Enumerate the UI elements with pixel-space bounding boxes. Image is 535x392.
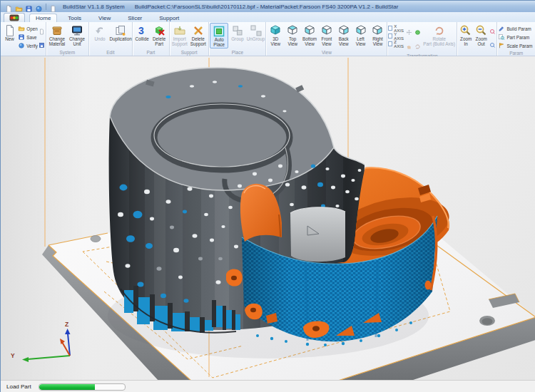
button-label: Verify bbox=[26, 43, 38, 48]
button-label: Auto Place bbox=[213, 38, 225, 48]
3d-view-button[interactable]: 3D View bbox=[267, 23, 284, 47]
new-button[interactable]: New bbox=[1, 23, 18, 42]
cube-top-icon bbox=[286, 24, 299, 37]
about-icon[interactable] bbox=[35, 3, 43, 11]
button-label: Build Param bbox=[506, 26, 531, 31]
left-view-button[interactable]: Left View bbox=[352, 23, 370, 47]
tab-home[interactable]: Home bbox=[29, 14, 57, 22]
auto-place-icon bbox=[213, 24, 225, 38]
open-folder-icon[interactable] bbox=[15, 3, 23, 11]
platform-hole bbox=[91, 236, 101, 242]
sphere-icon[interactable] bbox=[414, 26, 422, 38]
inner-base-surface bbox=[290, 207, 345, 262]
tab-view[interactable]: View bbox=[92, 14, 117, 22]
button-label: Change Unit bbox=[69, 37, 85, 47]
button-label: Change Material bbox=[49, 37, 65, 47]
tab-slicer[interactable]: Slicer bbox=[121, 14, 148, 22]
cube-right-icon bbox=[371, 24, 384, 37]
change-material-button[interactable]: Change Material bbox=[47, 23, 67, 47]
checkbox-z-axis[interactable]: Z AXIS bbox=[388, 41, 404, 47]
undo-button[interactable]: Undo bbox=[90, 23, 111, 42]
right-view-button[interactable]: Right View bbox=[370, 23, 387, 47]
group-icon bbox=[231, 24, 244, 37]
delete-support-button[interactable]: Delete Support bbox=[189, 23, 208, 47]
ungroup-button[interactable]: UnGroup bbox=[247, 23, 265, 42]
button-label: Top View bbox=[287, 37, 297, 47]
document-title: BuildPacket:C:\FarsoonSLS\build\20170112… bbox=[135, 4, 399, 10]
button-label: Delete Support bbox=[190, 37, 206, 47]
scale-param-button[interactable]: Scale Param bbox=[498, 41, 532, 50]
new-document-icon[interactable] bbox=[5, 3, 13, 11]
delete-part-button[interactable]: Delete Part bbox=[151, 23, 168, 47]
mini-save-icon[interactable] bbox=[39, 38, 45, 51]
checkbox-box[interactable] bbox=[388, 33, 392, 38]
duplication-icon bbox=[114, 24, 127, 37]
back-view-button[interactable]: Back View bbox=[335, 23, 352, 47]
ribbon-group-param: Build ParamPart ParamScale ParamParam bbox=[497, 22, 535, 56]
axis-label-z: Z bbox=[65, 321, 68, 328]
save-icon[interactable] bbox=[25, 3, 33, 11]
ribbon-tab-row: HomeToolsViewSlicerSupport bbox=[1, 12, 535, 22]
button-label: Back View bbox=[339, 37, 349, 47]
zoom-in-icon bbox=[459, 24, 472, 37]
button-label: Collide bbox=[136, 37, 149, 42]
viewport-3d[interactable]: Z Y bbox=[1, 56, 535, 380]
ribbon-group-file: NewOpenSaveVerifyFile bbox=[1, 22, 46, 56]
group-button[interactable]: Group bbox=[228, 23, 247, 42]
cube-bottom-icon bbox=[303, 24, 316, 37]
checkbox-box[interactable] bbox=[388, 41, 392, 46]
window-title: BuildStar V1.1.8 SystemBuildPacket:C:\Fa… bbox=[63, 4, 398, 10]
import-support-button[interactable]: Import Support bbox=[170, 23, 189, 47]
button-label: Bottom View bbox=[302, 37, 317, 47]
axis-label-y: Y bbox=[11, 352, 15, 359]
mini-new-icon[interactable] bbox=[39, 25, 45, 38]
tab-support[interactable]: Support bbox=[153, 14, 185, 22]
button-label: Scale Param bbox=[506, 43, 532, 48]
collide-button[interactable]: 3Collide bbox=[133, 23, 151, 42]
cube-left-icon bbox=[355, 24, 367, 37]
tab-tools[interactable]: Tools bbox=[61, 14, 88, 22]
move-icon[interactable] bbox=[406, 26, 413, 38]
app-title: BuildStar V1.1.8 System bbox=[63, 4, 125, 10]
checkbox-y-axis[interactable]: Y AXIS bbox=[388, 33, 404, 39]
zoom-out-icon bbox=[475, 24, 488, 37]
cube-front-icon bbox=[320, 24, 333, 37]
change-unit-button[interactable]: Change Unit bbox=[67, 23, 87, 47]
auto-place-button[interactable]: Auto Place bbox=[210, 23, 228, 48]
cube-3d-icon bbox=[269, 24, 282, 37]
ribbon-group-transformation: X AXISY AXISZ AXISRotate Part (Build Axi… bbox=[387, 22, 457, 56]
button-label: Front View bbox=[322, 37, 332, 47]
hand-icon[interactable] bbox=[406, 40, 413, 53]
zoom-select-icon[interactable] bbox=[489, 25, 496, 38]
zoom-out-button[interactable]: Zoom Out bbox=[474, 23, 489, 47]
rotate-icon[interactable] bbox=[414, 40, 422, 53]
button-label: Duplication bbox=[110, 37, 132, 42]
bottom-view-button[interactable]: Bottom View bbox=[301, 23, 318, 47]
progress-fill bbox=[39, 384, 95, 390]
ungroup-icon bbox=[250, 24, 263, 37]
duplication-button[interactable]: Duplication bbox=[111, 23, 131, 42]
button-label: Save bbox=[26, 35, 36, 40]
delete-support-icon bbox=[192, 24, 205, 37]
ribbon-group-system: Change MaterialChange UnitSystem bbox=[46, 22, 89, 56]
material-icon bbox=[51, 24, 63, 37]
front-view-button[interactable]: Front View bbox=[318, 23, 335, 47]
group-label-place: Place bbox=[210, 49, 265, 56]
button-label: Zoom Out bbox=[476, 37, 487, 47]
zoom-in-button[interactable]: Zoom In bbox=[458, 23, 474, 47]
traffic-light-icon bbox=[9, 14, 19, 21]
checkbox-x-axis[interactable]: X AXIS bbox=[388, 25, 404, 31]
button-label: Undo bbox=[95, 37, 106, 42]
top-view-button[interactable]: Top View bbox=[284, 23, 301, 47]
rotate-part-build-axis--button[interactable]: Rotate Part (Build Axis) bbox=[422, 23, 456, 47]
delete-part-icon bbox=[153, 24, 165, 37]
checkbox-box[interactable] bbox=[388, 26, 392, 31]
qat-separator bbox=[46, 4, 46, 10]
customize-toolbar-icon[interactable] bbox=[49, 3, 57, 11]
application-menu-button[interactable] bbox=[4, 13, 25, 22]
button-label: 3D View bbox=[271, 37, 281, 47]
zoom-fit-icon[interactable] bbox=[489, 38, 496, 51]
button-label: UnGroup bbox=[247, 37, 265, 42]
verify-button[interactable]: Verify bbox=[18, 41, 38, 50]
quick-access-toolbar bbox=[1, 3, 57, 11]
